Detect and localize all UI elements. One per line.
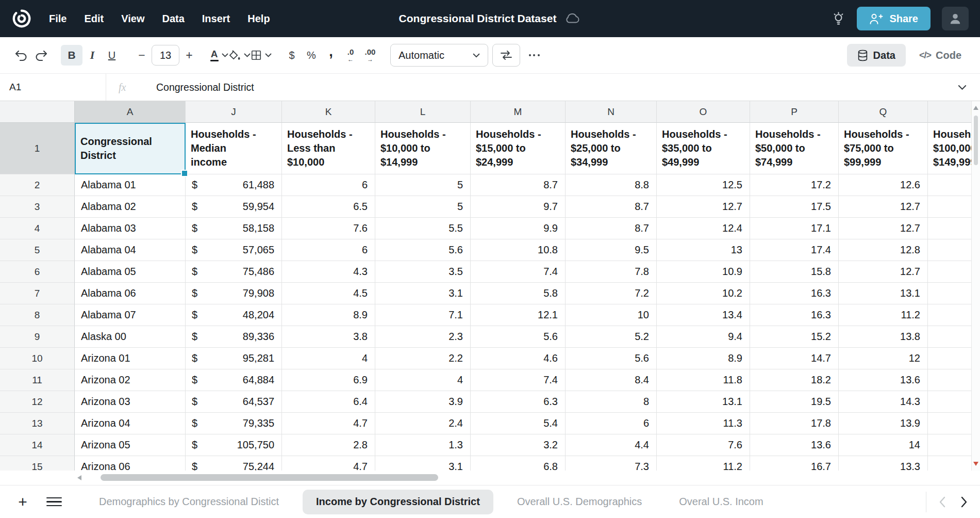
cell-M5[interactable]: 10.8 [471,239,566,261]
cell-M1[interactable]: Households - $15,000 to $24,999 [471,123,566,174]
cell-A11[interactable]: Arizona 02 [75,369,186,391]
row-header-10[interactable]: 10 [0,348,75,369]
cell-J5[interactable]: $57,065 [186,239,282,261]
thousands-separator-button[interactable]: , [321,45,341,66]
cell-Q1[interactable]: Households - $75,000 to $99,999 [839,123,928,174]
cell-N4[interactable]: 8.7 [566,218,657,239]
fill-color-button[interactable] [229,45,251,66]
sheet-tab-3[interactable]: Overall U.S. Demographics [504,490,655,514]
cell-M7[interactable]: 5.8 [471,283,566,304]
currency-format-button[interactable]: $ [282,45,302,66]
cell-P3[interactable]: 17.5 [750,196,839,218]
row-header-5[interactable]: 5 [0,239,75,261]
cell-J10[interactable]: $95,281 [186,348,282,369]
bold-button[interactable]: B [61,45,82,66]
cell-A8[interactable]: Alabama 07 [75,304,186,326]
document-title[interactable]: Congressional District Dataset [399,12,557,25]
cell-O9[interactable]: 9.4 [657,326,750,348]
redo-button[interactable] [31,45,51,66]
cell-P4[interactable]: 17.1 [750,218,839,239]
cell-M12[interactable]: 6.3 [471,391,566,413]
cell-M10[interactable]: 4.6 [471,348,566,369]
cell-M9[interactable]: 5.6 [471,326,566,348]
corner-cell[interactable] [0,101,75,123]
scroll-down-icon[interactable] [973,462,978,466]
cell-P8[interactable]: 16.3 [750,304,839,326]
menu-item-file[interactable]: File [40,8,75,29]
cell-J9[interactable]: $89,336 [186,326,282,348]
column-header-J[interactable]: J [186,101,282,123]
sheet-list-menu-button[interactable] [46,491,62,513]
cell-K14[interactable]: 2.8 [282,434,375,456]
cell-N8[interactable]: 10 [566,304,657,326]
column-header-O[interactable]: O [657,101,750,123]
more-options-button[interactable] [524,45,544,66]
sheet-tab-1[interactable]: Demographics by Congressional Distict [86,490,292,514]
cell-N11[interactable]: 8.4 [566,369,657,391]
cell-L6[interactable]: 3.5 [375,261,471,283]
cell-K12[interactable]: 6.4 [282,391,375,413]
column-header-N[interactable]: N [566,101,657,123]
column-header-P[interactable]: P [750,101,839,123]
decrease-font-size-button[interactable]: − [132,45,152,66]
convert-values-button[interactable] [492,44,520,67]
cell-Q7[interactable]: 13.1 [839,283,928,304]
cell-O13[interactable]: 11.3 [657,413,750,434]
cell-J8[interactable]: $48,204 [186,304,282,326]
row-header-14[interactable]: 14 [0,434,75,456]
horizontal-scrollbar[interactable] [0,471,980,485]
cell-L12[interactable]: 3.9 [375,391,471,413]
cell-K9[interactable]: 3.8 [282,326,375,348]
cell-A4[interactable]: Alabama 03 [75,218,186,239]
scroll-left-icon[interactable] [77,475,81,480]
cell-L14[interactable]: 1.3 [375,434,471,456]
cell-K15[interactable]: 4.7 [282,456,375,471]
cell-O2[interactable]: 12.5 [657,174,750,196]
cell-N15[interactable]: 7.3 [566,456,657,471]
cell-A3[interactable]: Alabama 02 [75,196,186,218]
add-sheet-button[interactable]: + [12,491,33,513]
cell-L5[interactable]: 5.6 [375,239,471,261]
cell-Q13[interactable]: 13.9 [839,413,928,434]
cell-P13[interactable]: 17.8 [750,413,839,434]
cell-J12[interactable]: $64,537 [186,391,282,413]
sheet-tab-4[interactable]: Overal U.S. Incom [666,490,776,514]
cell-N9[interactable]: 5.2 [566,326,657,348]
cell-K5[interactable]: 6 [282,239,375,261]
cell-O14[interactable]: 7.6 [657,434,750,456]
account-button[interactable] [942,7,969,30]
vertical-scroll-thumb[interactable] [974,116,978,165]
row-header-3[interactable]: 3 [0,196,75,218]
cell-M3[interactable]: 9.7 [471,196,566,218]
cell-N12[interactable]: 8 [566,391,657,413]
cell-P1[interactable]: Households - $50,000 to $74,999 [750,123,839,174]
cell-O11[interactable]: 11.8 [657,369,750,391]
cell-M4[interactable]: 9.9 [471,218,566,239]
cell-A9[interactable]: Alaska 00 [75,326,186,348]
cell-J15[interactable]: $75,244 [186,456,282,471]
cell-reference-box[interactable]: A1 [0,82,106,93]
cell-A7[interactable]: Alabama 06 [75,283,186,304]
cell-A14[interactable]: Arizona 05 [75,434,186,456]
font-size-value[interactable]: 13 [152,45,179,66]
cell-P15[interactable]: 16.7 [750,456,839,471]
cell-O4[interactable]: 12.4 [657,218,750,239]
cell-O7[interactable]: 10.2 [657,283,750,304]
cell-Q6[interactable]: 12.7 [839,261,928,283]
cell-L3[interactable]: 5 [375,196,471,218]
cell-K11[interactable]: 6.9 [282,369,375,391]
menu-item-data[interactable]: Data [153,8,193,29]
cell-K2[interactable]: 6 [282,174,375,196]
cell-O15[interactable]: 11.2 [657,456,750,471]
row-header-7[interactable]: 7 [0,283,75,304]
app-logo-icon[interactable] [11,8,32,29]
cell-L8[interactable]: 7.1 [375,304,471,326]
row-header-1[interactable]: 1 [0,123,75,174]
cell-N6[interactable]: 7.8 [566,261,657,283]
row-header-13[interactable]: 13 [0,413,75,434]
cell-M14[interactable]: 3.2 [471,434,566,456]
cell-M8[interactable]: 12.1 [471,304,566,326]
row-header-11[interactable]: 11 [0,369,75,391]
horizontal-scroll-thumb[interactable] [101,474,438,481]
cell-K1[interactable]: Households - Less than $10,000 [282,123,375,174]
